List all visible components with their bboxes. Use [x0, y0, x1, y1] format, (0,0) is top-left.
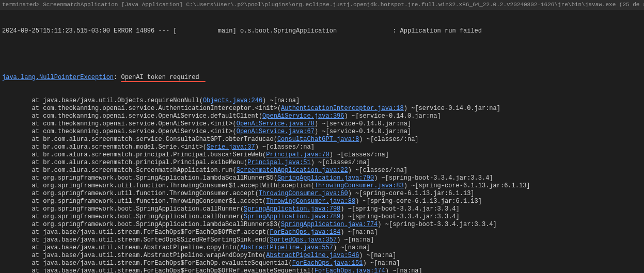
stack-frame: at org.springframework.boot.SpringApplic…	[2, 205, 642, 213]
frame-location: ) ~[na:na]	[363, 260, 400, 267]
frame-location: ) ~[na:na]	[385, 267, 422, 273]
frame-method: br.com.alura.screenmatch.ScreenmatchAppl…	[43, 167, 236, 174]
frame-location: ) ~[service-0.14.0.jar:na]	[315, 128, 411, 135]
frame-method: org.springframework.boot.SpringApplicati…	[43, 213, 244, 220]
frame-method: java.base/java.util.stream.AbstractPipel…	[43, 252, 266, 259]
stack-frame: at java.base/java.util.stream.ForEachOps…	[2, 267, 642, 273]
source-link[interactable]: ForEachOps.java:184	[270, 229, 341, 236]
stack-frame: at java.base/java.util.Objects.requireNo…	[2, 97, 642, 105]
console-output[interactable]: 2024-09-25T15:11:23.515-03:00 ERROR 1489…	[0, 10, 644, 273]
stack-frame: at com.theokanning.openai.service.OpenAi…	[2, 128, 642, 136]
frame-method: com.theokanning.openai.service.OpenAiSer…	[43, 120, 236, 127]
frame-method: org.springframework.boot.SpringApplicati…	[43, 205, 244, 213]
log-line: 2024-09-25T15:11:23.515-03:00 ERROR 1489…	[2, 27, 642, 35]
frame-location: ) ~[service-0.14.0.jar:na]	[344, 113, 441, 120]
source-link[interactable]: ForEachOps.java:174	[315, 267, 385, 273]
frame-method: com.theokanning.openai.service.Authentic…	[43, 105, 281, 112]
stack-frame: at java.base/java.util.stream.AbstractPi…	[2, 252, 642, 260]
source-link[interactable]: OpenAiService.java:67	[237, 128, 315, 135]
frame-method: java.base/java.util.stream.AbstractPipel…	[43, 244, 240, 251]
source-link[interactable]: SpringApplication.java:774	[281, 221, 378, 228]
frame-location: ) ~[na:na]	[340, 229, 378, 236]
frame-method: java.base/java.util.stream.SortedOps$Siz…	[43, 236, 270, 244]
stack-frame: at org.springframework.boot.SpringApplic…	[2, 213, 642, 221]
source-link[interactable]: SortedOps.java:357	[270, 236, 337, 244]
frame-method: org.springframework.boot.SpringApplicati…	[43, 221, 281, 228]
source-link[interactable]: AuthenticationInterceptor.java:18	[281, 105, 404, 112]
source-link[interactable]: ForEachOps.java:151	[292, 260, 363, 267]
source-link[interactable]: Serie.java:37	[207, 143, 255, 151]
source-link[interactable]: OpenAiService.java:78	[237, 120, 315, 127]
frame-method: java.base/java.util.Objects.requireNonNu…	[43, 97, 203, 104]
log-pid: 14896	[136, 27, 154, 35]
log-message: Application run failed	[400, 27, 482, 35]
frame-method: com.theokanning.openai.service.OpenAiSer…	[43, 113, 262, 120]
stack-frame: at org.springframework.boot.SpringApplic…	[2, 221, 642, 229]
source-link[interactable]: ScreenmatchApplication.java:22	[237, 167, 348, 174]
stack-frame: at com.theokanning.openai.service.Authen…	[2, 105, 642, 113]
source-link[interactable]: AbstractPipeline.java:557	[240, 244, 333, 251]
frame-location: ) ~[classes/:na]	[348, 167, 407, 174]
stack-frame: at java.base/java.util.stream.SortedOps$…	[2, 236, 642, 244]
stack-frame: at br.com.alura.screenmatch.ScreenmatchA…	[2, 167, 642, 174]
source-link[interactable]: OpenAiService.java:396	[262, 113, 344, 120]
log-sep: ---	[158, 27, 169, 35]
frame-location: ) ~[spring-boot-3.3.4.jar:3.3.4]	[378, 221, 496, 228]
frame-location: ) ~[classes/:na]	[359, 136, 418, 143]
stack-frame: at com.theokanning.openai.service.OpenAi…	[2, 120, 642, 128]
frame-method: org.springframework.util.function.Throwi…	[43, 198, 266, 205]
exception-line: java.lang.NullPointerException: OpenAI t…	[2, 74, 642, 82]
frame-location: ) ~[spring-boot-3.3.4.jar:3.3.4]	[340, 205, 459, 213]
stack-frame: at java.base/java.util.stream.ForEachOps…	[2, 260, 642, 267]
frame-method: org.springframework.boot.SpringApplicati…	[43, 174, 277, 182]
terminated-label: terminated>	[2, 2, 40, 8]
frame-method: com.theokanning.openai.service.OpenAiSer…	[43, 128, 236, 135]
frame-location: ) ~[spring-core-6.1.13.jar:6.1.13]	[355, 198, 482, 205]
frame-location: ) ~[spring-core-6.1.13.jar:6.1.13]	[404, 182, 530, 189]
frame-location: ) ~[spring-core-6.1.13.jar:6.1.13]	[348, 190, 475, 197]
exception-message: OpenAI token required	[121, 74, 199, 81]
source-link[interactable]: ThrowingConsumer.java:88	[266, 198, 355, 205]
stack-frame: at org.springframework.util.function.Thr…	[2, 190, 642, 198]
log-level: ERROR	[114, 27, 132, 35]
stack-frame: at br.com.alura.screenmatch.model.Serie.…	[2, 143, 642, 151]
run-time: (25 de set. de 2024 15:10:14 – 15:11:24)…	[619, 2, 644, 8]
frame-method: java.base/java.util.stream.ForEachOps$Fo…	[43, 229, 270, 236]
source-link[interactable]: SpringApplication.java:789	[244, 213, 340, 220]
frame-location: ) ~[classes/:na]	[311, 159, 370, 166]
log-timestamp: 2024-09-25T15:11:23.515-03:00	[2, 27, 110, 35]
source-link[interactable]: SpringApplication.java:798	[244, 205, 340, 213]
frame-method: org.springframework.util.function.Throwi…	[43, 182, 315, 189]
source-link[interactable]: Objects.java:246	[203, 97, 262, 104]
source-link[interactable]: Principal.java:70	[266, 151, 329, 158]
stack-frame: at br.com.alura.screenmatch.service.Cons…	[2, 136, 642, 143]
frame-method: org.springframework.util.function.Throwi…	[43, 190, 259, 197]
source-link[interactable]: ThrowingConsumer.java:83	[315, 182, 404, 189]
frame-method: br.com.alura.screenmatch.service.Consult…	[43, 136, 277, 143]
frame-method: br.com.alura.screenmatch.principal.Princ…	[43, 159, 247, 166]
source-link[interactable]: SpringApplication.java:790	[277, 174, 374, 182]
log-colon: :	[392, 27, 396, 35]
java-path: C:\Users\User\.p2\pool\plugins\org.eclip…	[186, 2, 616, 8]
source-link[interactable]: ConsultaChatGPT.java:8	[277, 136, 359, 143]
blank-line	[2, 51, 642, 58]
exception-sep: :	[114, 74, 121, 81]
frame-location: ) ~[na:na]	[333, 244, 370, 251]
stack-frame: at br.com.alura.screenmatch.principal.Pr…	[2, 151, 642, 159]
stack-frame: at java.base/java.util.stream.AbstractPi…	[2, 244, 642, 252]
frame-method: java.base/java.util.stream.ForEachOps$Fo…	[43, 260, 292, 267]
frame-method: br.com.alura.screenmatch.principal.Princ…	[43, 151, 266, 158]
source-link[interactable]: AbstractPipeline.java:546	[266, 252, 359, 259]
exception-class[interactable]: java.lang.NullPointerException	[2, 74, 114, 81]
frame-location: ) ~[na:na]	[262, 97, 300, 104]
frame-location: ) ~[classes/:na]	[329, 151, 389, 158]
frame-location: ) ~[spring-boot-3.3.4.jar:3.3.4]	[340, 213, 459, 220]
frame-method: br.com.alura.screenmatch.model.Serie.<in…	[43, 143, 207, 151]
source-link[interactable]: ThrowingConsumer.java:60	[259, 190, 348, 197]
stack-frame: at br.com.alura.screenmatch.principal.Pr…	[2, 159, 642, 167]
frame-location: ) ~[classes/:na]	[255, 143, 315, 151]
frame-location: ) ~[service-0.14.0.jar:na]	[404, 105, 500, 112]
stack-frame: at org.springframework.util.function.Thr…	[2, 182, 642, 190]
frame-location: ) ~[service-0.14.0.jar:na]	[315, 120, 411, 127]
source-link[interactable]: Principal.java:51	[247, 159, 310, 166]
